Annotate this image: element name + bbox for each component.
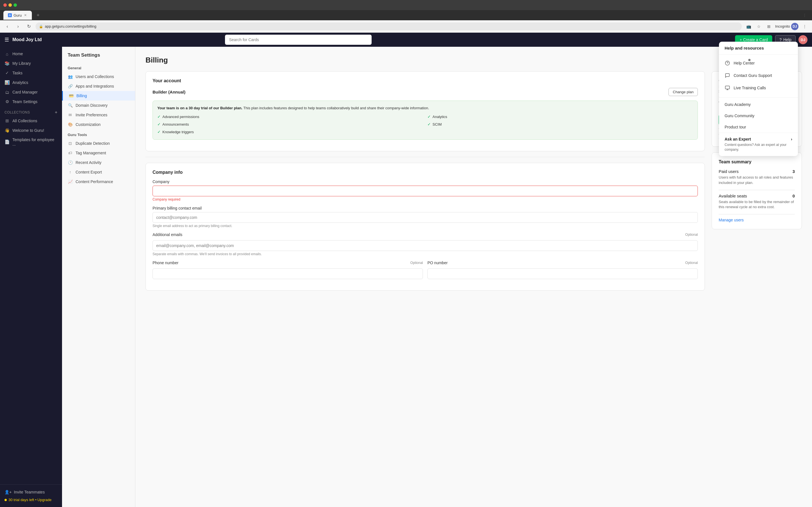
welcome-icon: 👋 — [4, 128, 10, 133]
templates-label: Templates for employee ... — [12, 137, 57, 147]
settings-item-billing[interactable]: 💳 Billing — [62, 91, 135, 101]
live-training-icon — [725, 85, 730, 91]
check-icon-1: ✓ — [157, 114, 161, 120]
collections-section-title: Collections + — [0, 107, 62, 116]
minimize-window-btn[interactable] — [8, 3, 12, 7]
tasks-icon: ✓ — [4, 70, 10, 75]
settings-panel: Team Settings General 👥 Users and Collec… — [62, 47, 135, 507]
maximize-window-btn[interactable] — [13, 3, 17, 7]
available-seats-stat: Available seats 0 Seats available to be … — [719, 193, 795, 210]
feature-knowledge-triggers: ✓ Knowledge triggers — [157, 129, 423, 135]
settings-item-invite-prefs[interactable]: ✉ Invite Preferences — [62, 110, 135, 120]
trial-text: This plan includes features designed to … — [243, 106, 429, 110]
company-info-card: Company info Company Company required Pr… — [146, 163, 705, 291]
feature-label-5: Knowledge triggers — [162, 129, 194, 135]
sidebar-item-welcome[interactable]: 👋 Welcome to Guru! — [0, 126, 62, 135]
help-btn-icon: ? — [779, 38, 781, 42]
po-label: PO number — [427, 261, 448, 265]
main-content: Team Settings General 👥 Users and Collec… — [62, 47, 812, 507]
guru-community-item[interactable]: Guru Community — [719, 110, 798, 121]
live-training-item[interactable]: Live Training Calls — [719, 82, 798, 94]
company-input[interactable] — [153, 186, 698, 196]
po-input[interactable] — [427, 269, 698, 279]
browser-more-btn[interactable]: ⋮ — [801, 22, 809, 31]
settings-item-domain[interactable]: 🔍 Domain Discovery — [62, 101, 135, 110]
recent-activity-label: Recent Activity — [75, 160, 101, 165]
settings-item-duplicate[interactable]: ⊡ Duplicate Detection — [62, 138, 135, 148]
trial-upgrade-btn[interactable]: 30 trial days left • Upgrade — [4, 496, 57, 504]
team-summary-card: Team summary Paid users 3 Users with ful… — [712, 152, 802, 229]
company-form-group: Company Company required — [153, 179, 698, 202]
library-icon: 📚 — [4, 61, 10, 66]
settings-item-users[interactable]: 👥 Users and Collections — [62, 72, 135, 81]
billing-main-col: Your account Builder (Annual) Change pla… — [146, 71, 705, 296]
po-form-group: PO number Optional — [427, 261, 698, 279]
settings-item-tag-mgmt[interactable]: 🏷 Tag Management — [62, 148, 135, 158]
settings-item-apps[interactable]: 🔗 Apps and Integrations — [62, 81, 135, 91]
sidebar-item-templates[interactable]: 📄 Templates for employee ... — [0, 135, 62, 149]
forward-btn[interactable]: › — [14, 22, 22, 31]
cast-icon[interactable]: 📺 — [745, 22, 753, 31]
address-bar[interactable]: 🔒 app.getguru.com/settings/billing — [36, 22, 742, 31]
extension-icon[interactable]: ⊞ — [765, 22, 773, 31]
help-btn-label: Help — [783, 38, 792, 42]
sidebar-item-tasks[interactable]: ✓ Tasks — [0, 68, 62, 78]
search-input[interactable] — [225, 35, 371, 45]
active-tab[interactable]: G Guru ✕ — [3, 11, 32, 20]
help-dropdown-header: Help and resources — [719, 42, 798, 55]
tag-mgmt-icon: 🏷 — [68, 151, 73, 156]
check-icon-5: ✓ — [157, 129, 161, 135]
back-btn[interactable]: ‹ — [3, 22, 11, 31]
help-center-item[interactable]: Help Center — [719, 57, 798, 69]
feature-label-1: Advanced permissions — [162, 114, 199, 120]
hamburger-btn[interactable]: ☰ — [4, 37, 9, 43]
live-training-label: Live Training Calls — [733, 86, 766, 90]
phone-po-row: Phone number Optional PO number Optional — [153, 261, 698, 284]
sidebar-item-my-library[interactable]: 📚 My Library — [0, 59, 62, 68]
phone-form-group: Phone number Optional — [153, 261, 423, 279]
settings-item-recent-activity[interactable]: 🕐 Recent Activity — [62, 158, 135, 167]
check-icon-4: ✓ — [427, 121, 431, 127]
settings-item-content-perf[interactable]: 📈 Content Performance — [62, 177, 135, 186]
invite-teammates-btn[interactable]: 👤+ Invite Teammates — [4, 488, 57, 496]
incognito-btn[interactable]: Incognito DJ — [775, 23, 799, 30]
additional-emails-input[interactable] — [153, 240, 698, 251]
sidebar-item-team-settings[interactable]: ⚙ Team Settings — [0, 97, 62, 107]
sidebar-item-home[interactable]: ⌂ Home — [0, 49, 62, 59]
additional-emails-hint: Separate emails with commas. We'll send … — [153, 252, 698, 256]
phone-input[interactable] — [153, 269, 423, 279]
settings-item-customization[interactable]: 🎨 Customization — [62, 120, 135, 129]
bookmark-icon[interactable]: ☆ — [755, 22, 763, 31]
sidebar-item-all-collections[interactable]: ⊞ All Collections — [0, 116, 62, 126]
change-plan-btn[interactable]: Change plan — [668, 88, 698, 96]
new-tab-btn[interactable]: + — [34, 11, 42, 19]
contact-support-label: Contact Guru Support — [733, 73, 772, 78]
close-window-btn[interactable] — [3, 3, 7, 7]
settings-item-content-export[interactable]: ↑ Content Export — [62, 167, 135, 177]
general-group-title: General — [62, 62, 135, 72]
company-error-msg: Company required — [153, 198, 698, 202]
ask-expert-item[interactable]: Ask an Expert › Content questions? Ask a… — [719, 133, 798, 156]
feature-label-4: SCIM — [433, 122, 442, 127]
user-avatar-topbar[interactable]: DJ — [799, 35, 808, 44]
sidebar-item-card-manager[interactable]: 🗂 Card Manager — [0, 87, 62, 97]
customization-icon: 🎨 — [68, 122, 73, 127]
phone-label: Phone number — [153, 261, 179, 265]
billing-page-title: Billing — [146, 56, 802, 64]
contact-support-item[interactable]: Contact Guru Support — [719, 69, 798, 82]
help-center-icon — [725, 60, 730, 66]
refresh-btn[interactable]: ↻ — [25, 22, 33, 31]
users-label: Users and Collections — [75, 74, 114, 79]
guru-academy-item[interactable]: Guru Academy — [719, 99, 798, 110]
sidebar-item-analytics[interactable]: 📊 Analytics — [0, 78, 62, 87]
manage-users-link[interactable]: Manage users — [719, 218, 744, 222]
browser-menu-btn[interactable]: ⋮ — [801, 11, 809, 19]
tab-favicon: G — [8, 13, 12, 17]
tab-close-btn[interactable]: ✕ — [23, 13, 28, 17]
add-collection-btn[interactable]: + — [55, 110, 57, 115]
check-icon-3: ✓ — [157, 121, 161, 127]
product-tour-item[interactable]: Product tour — [719, 121, 798, 133]
company-label: Company — [153, 179, 698, 184]
billing-email-input[interactable] — [153, 212, 698, 223]
user-avatar-browser[interactable]: DJ — [791, 23, 799, 30]
